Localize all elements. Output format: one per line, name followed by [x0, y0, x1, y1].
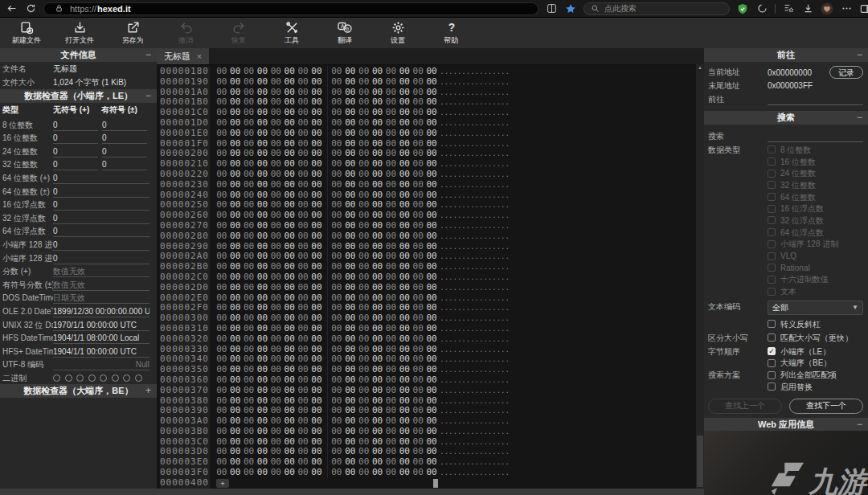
hex-byte[interactable]: 00: [345, 365, 356, 375]
section-search[interactable]: 搜索 −: [704, 111, 868, 125]
inspector-value[interactable]: 0: [53, 253, 149, 264]
encoding-select[interactable]: 全部 ▼: [768, 301, 863, 315]
hex-byte[interactable]: 00: [216, 416, 227, 427]
checkbox-icon[interactable]: [768, 320, 776, 328]
hex-byte[interactable]: 00: [244, 129, 255, 139]
hex-byte[interactable]: 00: [257, 386, 268, 396]
hex-byte[interactable]: 00: [297, 324, 309, 334]
hex-byte[interactable]: 00: [271, 231, 282, 242]
hex-byte[interactable]: 00: [271, 283, 282, 293]
hex-byte[interactable]: 00: [230, 334, 241, 345]
inspector-value[interactable]: 0: [53, 186, 149, 198]
ascii-cell[interactable]: ................: [440, 293, 510, 304]
hex-byte[interactable]: 00: [230, 180, 241, 190]
hex-byte[interactable]: 00: [399, 375, 411, 386]
hex-byte[interactable]: 00: [297, 272, 309, 283]
hex-byte[interactable]: 00: [230, 231, 241, 242]
hex-byte[interactable]: 00: [216, 334, 227, 345]
save-as-button[interactable]: 另存为: [106, 18, 159, 48]
hex-byte[interactable]: 00: [297, 283, 309, 293]
checkbox-icon[interactable]: [768, 333, 776, 342]
more-menu-icon[interactable]: [840, 2, 853, 15]
binary-bit-circle[interactable]: [53, 374, 60, 382]
hex-byte[interactable]: 00: [345, 129, 356, 139]
hex-byte[interactable]: 00: [358, 386, 370, 396]
ring-icon[interactable]: [755, 2, 768, 15]
hex-byte[interactable]: 00: [331, 170, 342, 180]
hex-byte[interactable]: 00: [230, 375, 241, 386]
hex-byte[interactable]: 00: [271, 324, 282, 334]
hex-byte[interactable]: 00: [257, 180, 268, 190]
hex-byte[interactable]: 00: [399, 313, 411, 324]
hex-byte[interactable]: 00: [358, 313, 370, 324]
hex-byte[interactable]: 00: [345, 180, 356, 190]
collapse-icon[interactable]: −: [145, 89, 151, 103]
expand-icon[interactable]: +: [145, 384, 151, 398]
hex-byte[interactable]: 00: [426, 77, 437, 88]
back-icon[interactable]: [5, 2, 18, 15]
hex-byte[interactable]: 00: [284, 334, 295, 345]
binary-bit-circle[interactable]: [100, 374, 107, 382]
hex-byte[interactable]: 00: [399, 170, 411, 180]
hex-byte[interactable]: 00: [271, 221, 282, 231]
ascii-cell[interactable]: ................: [440, 242, 510, 252]
browser-essentials-icon[interactable]: [821, 2, 833, 15]
hex-byte[interactable]: 00: [257, 334, 268, 345]
binary-bit-circle[interactable]: [65, 374, 72, 382]
hex-byte[interactable]: 00: [358, 375, 370, 386]
hex-byte[interactable]: 00: [271, 272, 282, 283]
hex-byte[interactable]: 00: [311, 365, 322, 375]
hex-byte[interactable]: 00: [284, 272, 295, 283]
hex-byte[interactable]: 00: [244, 365, 255, 375]
hex-byte[interactable]: 00: [372, 180, 383, 190]
hex-byte[interactable]: 00: [399, 67, 411, 77]
hex-byte[interactable]: 00: [311, 375, 322, 386]
hex-byte[interactable]: 00: [244, 334, 255, 345]
hex-byte[interactable]: 00: [426, 427, 437, 437]
hex-byte[interactable]: 00: [284, 283, 295, 293]
hex-byte[interactable]: 00: [297, 334, 309, 345]
hex-byte[interactable]: 00: [244, 170, 255, 180]
hex-byte[interactable]: 00: [271, 416, 282, 427]
inspector-value[interactable]: 1899/12/30 00:00:00.000 UTC: [53, 306, 149, 317]
hex-byte[interactable]: 00: [257, 365, 268, 375]
hex-byte[interactable]: 00: [372, 324, 383, 334]
inspector-value[interactable]: 0: [53, 239, 149, 251]
ascii-cell[interactable]: ................: [440, 272, 510, 283]
inspector-value[interactable]: 0: [53, 199, 149, 211]
hex-byte[interactable]: 00: [257, 118, 268, 129]
hex-byte[interactable]: 00: [284, 386, 295, 396]
hex-byte[interactable]: 00: [284, 416, 295, 427]
scrollbar-thumb[interactable]: [697, 436, 703, 487]
hex-byte[interactable]: 00: [311, 416, 322, 427]
hex-byte[interactable]: 00: [331, 77, 342, 88]
hex-byte[interactable]: 00: [412, 416, 424, 427]
inspector-value[interactable]: Null: [53, 359, 149, 370]
hex-byte[interactable]: 00: [372, 334, 383, 345]
hex-byte[interactable]: 00: [257, 283, 268, 293]
ascii-cell[interactable]: ................: [440, 159, 510, 170]
hex-byte[interactable]: 00: [216, 313, 227, 324]
hex-byte[interactable]: 00: [311, 386, 322, 396]
hex-byte[interactable]: 00: [412, 231, 424, 242]
hex-byte[interactable]: 00: [358, 272, 370, 283]
help-button[interactable]: ?帮助: [424, 18, 477, 48]
hex-byte[interactable]: 00: [331, 118, 342, 129]
scheme-option[interactable]: 启用替换: [768, 381, 863, 393]
hex-byte[interactable]: 00: [386, 129, 397, 139]
hex-byte[interactable]: 00: [230, 468, 241, 478]
hex-byte[interactable]: 00: [426, 118, 437, 129]
hex-byte[interactable]: 00: [372, 67, 383, 77]
hex-byte[interactable]: 00: [372, 118, 383, 129]
hex-byte[interactable]: 00: [331, 386, 342, 396]
hex-byte[interactable]: 00: [358, 129, 370, 139]
hex-byte[interactable]: 00: [358, 118, 370, 129]
byteorder-option[interactable]: 大端序（BE）: [768, 358, 863, 370]
ascii-cell[interactable]: ................: [440, 149, 510, 159]
hex-byte[interactable]: 00: [331, 67, 342, 77]
hex-byte[interactable]: 00: [284, 221, 295, 231]
ascii-cell[interactable]: ................: [440, 108, 510, 118]
hex-byte[interactable]: 00: [372, 129, 383, 139]
hex-byte[interactable]: 00: [297, 129, 309, 139]
hex-byte[interactable]: 00: [372, 170, 383, 180]
